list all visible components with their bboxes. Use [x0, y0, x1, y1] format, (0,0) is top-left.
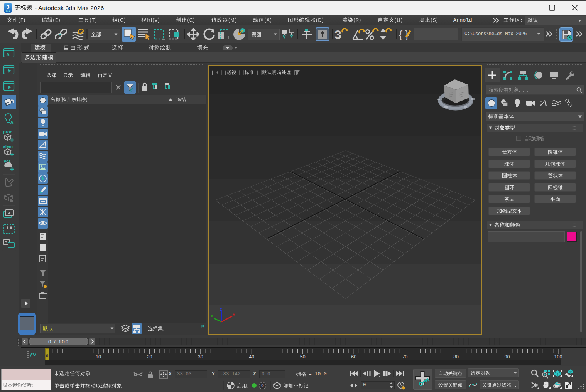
svg-text:20: 20: [147, 354, 152, 360]
svg-text:70: 70: [402, 354, 408, 360]
svg-text:{: {: [399, 29, 402, 40]
svg-text:40: 40: [249, 354, 254, 360]
svg-text:z: z: [220, 307, 222, 311]
svg-text:A: A: [6, 52, 10, 57]
svg-text:100: 100: [554, 354, 562, 360]
svg-text:10: 10: [96, 354, 101, 360]
svg-text:3: 3: [334, 28, 341, 41]
svg-text:alem: alem: [3, 144, 13, 149]
svg-text:60: 60: [351, 354, 356, 360]
svg-text:30: 30: [198, 354, 203, 360]
svg-text:A: A: [10, 120, 14, 126]
svg-text:90: 90: [505, 354, 510, 360]
svg-text:y: y: [233, 312, 235, 316]
svg-text:x: x: [211, 313, 214, 318]
svg-text:proc: proc: [3, 130, 12, 134]
svg-text:50: 50: [300, 354, 306, 360]
svg-text:80: 80: [453, 354, 459, 360]
